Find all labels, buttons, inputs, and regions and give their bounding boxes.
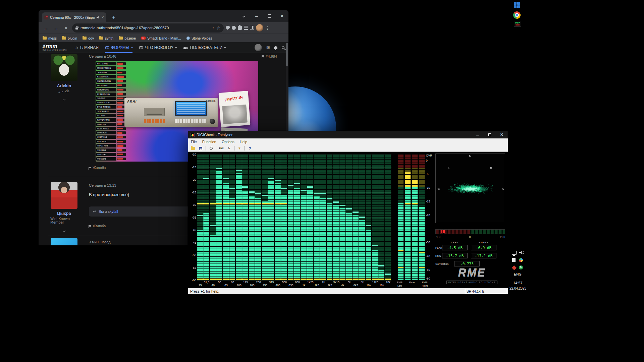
browser-tab[interactable]: Сэмплы 90x - 2000x (Еврод ×	[42, 12, 106, 22]
bookmark-folder[interactable]: разное	[119, 36, 136, 40]
close-button[interactable]	[496, 131, 508, 138]
browser-menu-icon[interactable]: ⋮	[265, 25, 270, 31]
rms-row: RMS -15.7 dB -17.1 dB	[435, 253, 506, 258]
spectrum-plot	[197, 155, 391, 280]
search-icon[interactable]	[282, 46, 284, 49]
clock-date[interactable]: 22.04.2023	[509, 287, 526, 290]
sample-name: TOP 31 HITZ	[96, 144, 116, 147]
mail-icon[interactable]: ✉	[266, 45, 270, 50]
post1-report-button[interactable]: Жалоба	[89, 166, 106, 170]
post1-username[interactable]: Arlekin	[57, 83, 71, 88]
menu-function[interactable]: Function	[200, 140, 219, 144]
clipboard-icon[interactable]	[512, 258, 516, 262]
tab-search-chevron-icon[interactable]	[237, 10, 250, 22]
network-icon[interactable]	[512, 251, 517, 255]
correlation-scale: -1.0 0 +1.0	[435, 235, 505, 239]
sync-icon[interactable]: ↻	[519, 265, 523, 269]
start-stop-button[interactable]	[208, 146, 214, 151]
chrome-icon[interactable]	[513, 11, 521, 19]
nav-users[interactable]: ПОЛЬЗОВАТЕЛИ	[183, 42, 226, 53]
tab-close-icon[interactable]: ×	[101, 15, 104, 19]
adblock-extension-icon[interactable]	[226, 26, 230, 30]
menu-options[interactable]: Options	[219, 140, 237, 144]
dsp-tray-icon[interactable]: DSP	[514, 21, 521, 27]
menu-file[interactable]: File	[188, 140, 200, 144]
author-expand-chevron[interactable]	[63, 227, 65, 233]
bookmark-folder[interactable]: mess	[43, 36, 57, 40]
author-expand-chevron[interactable]	[63, 96, 65, 102]
stop-button[interactable]: ×	[62, 24, 70, 32]
share-icon[interactable]: ↑	[212, 26, 214, 30]
language-indicator[interactable]: ENG	[514, 272, 522, 276]
minimize-button[interactable]	[250, 10, 263, 22]
bookmark-youtube[interactable]: ▶Smack Band - Mam...	[141, 36, 181, 40]
back-button[interactable]: ←	[42, 24, 50, 32]
nav-home[interactable]: ⌂ГЛАВНАЯ	[75, 42, 99, 53]
lock-icon[interactable]	[75, 27, 78, 29]
post3-avatar[interactable]	[51, 238, 77, 245]
scope-l-label: L	[448, 167, 450, 170]
post3-time[interactable]: 3 мин. назад	[89, 240, 111, 244]
sample-name: BASSDRUMS1	[96, 75, 116, 78]
save-button[interactable]	[197, 146, 204, 151]
user-avatar[interactable]	[255, 44, 262, 51]
profile-avatar[interactable]	[256, 24, 263, 32]
help-button[interactable]: ?	[247, 146, 253, 151]
folder-open-icon	[191, 147, 195, 150]
app-tray-icon[interactable]	[519, 258, 523, 262]
spectrum-xtick: 315	[269, 281, 274, 284]
side-panel-icon[interactable]	[250, 26, 254, 30]
post1-time[interactable]: Сегодня в 10:46	[89, 54, 116, 58]
close-button[interactable]	[276, 10, 288, 22]
meter-axis-labels: RMSLeft Peak RMSRight	[397, 281, 428, 288]
meter-scale-tick: -20	[426, 214, 430, 217]
alert-icon[interactable]	[512, 265, 517, 270]
url-text[interactable]: rmmedia.ru/threads/95014/page-167#post-2…	[80, 26, 210, 30]
extension-icon[interactable]	[232, 26, 236, 30]
menu-help[interactable]: Help	[237, 140, 250, 144]
statistics-button[interactable]: Σx	[226, 146, 232, 151]
tab-audio-icon[interactable]	[97, 16, 99, 18]
post2-avatar[interactable]	[51, 182, 77, 209]
clock-time[interactable]: 14:57	[513, 281, 523, 285]
scrollbar-thumb[interactable]	[286, 43, 288, 66]
post2-quote[interactable]: ↩ Вы и skyfall	[89, 206, 193, 217]
left-header: LEFT	[442, 241, 468, 244]
bookmark-star-icon[interactable]: ☆	[216, 25, 220, 31]
playlist-extension-icon[interactable]	[244, 26, 248, 30]
new-tab-button[interactable]: +	[110, 13, 118, 21]
bookmark-folder[interactable]: gov	[83, 36, 94, 40]
minimize-button[interactable]	[472, 131, 484, 138]
nav-forums[interactable]: ФОРУМЫ	[105, 42, 132, 53]
post2-username[interactable]: Цыхра	[57, 211, 71, 216]
post1-avatar[interactable]	[51, 54, 77, 81]
meter-rms-left	[398, 155, 404, 280]
forward-button[interactable]: →	[52, 24, 60, 32]
address-bar[interactable]: rmmedia.ru/threads/95014/page-167#post-2…	[72, 23, 224, 33]
post2-time[interactable]: Сегодня в 13:13	[89, 183, 116, 187]
maximize-button[interactable]	[484, 131, 496, 138]
brightness-button[interactable]: ☀	[236, 146, 243, 151]
function-select-button[interactable]: FNC	[218, 146, 225, 151]
nav-whats-new[interactable]: ЧТО НОВОГО?	[139, 42, 176, 53]
sample-name: VOICES#3	[96, 157, 116, 161]
bookmark-ribbon-icon[interactable]	[262, 55, 264, 58]
bookmark-site[interactable]: Stone Voices	[186, 36, 212, 40]
sample-row: DREITION	[96, 122, 126, 126]
sample-row: JUST FOR FX	[96, 109, 126, 114]
bookmark-folder[interactable]: synth	[99, 36, 113, 40]
extensions-puzzle-icon[interactable]	[238, 26, 242, 30]
meter-rms-right	[419, 155, 425, 280]
bookmark-folder[interactable]: plugin	[62, 36, 77, 40]
scope-m-label: M	[469, 155, 472, 158]
site-logo[interactable]: rmm RUSSIAN MUSIC MAKERS	[43, 44, 67, 51]
volume-icon[interactable]	[519, 251, 523, 254]
open-button[interactable]	[190, 146, 196, 151]
post1-number[interactable]: #4,984	[266, 54, 277, 58]
digicheck-titlebar[interactable]: DIGICheck - Totalyser	[188, 131, 508, 138]
pinned-app-icon[interactable]	[514, 2, 520, 8]
maximize-button[interactable]	[263, 10, 276, 22]
bell-icon[interactable]	[274, 46, 277, 49]
post2-report-button[interactable]: Жалоба	[89, 224, 106, 228]
spectrum-xtick: 40	[212, 284, 215, 287]
